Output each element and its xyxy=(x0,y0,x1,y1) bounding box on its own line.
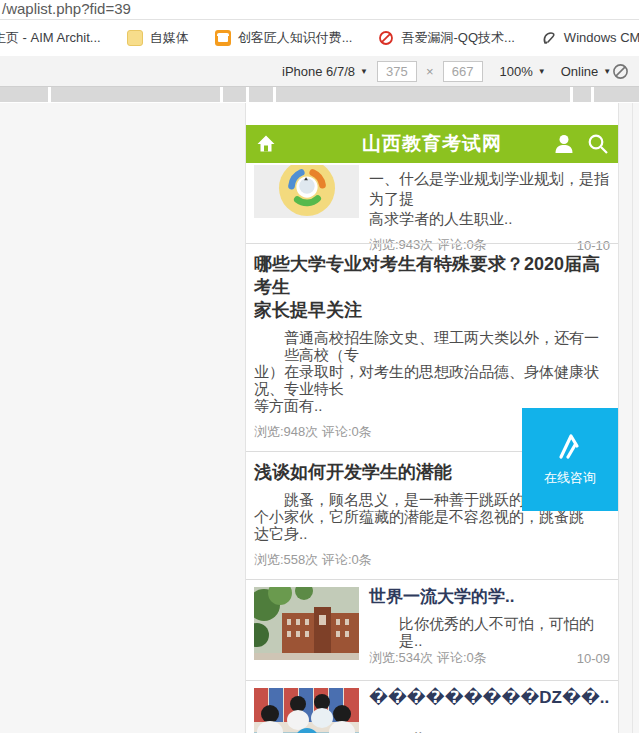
bookmarks-bar: 主页 - AIM Archit... 自媒体 创客匠人知识付费... 吾爱漏洞-… xyxy=(0,20,639,56)
app-header: 山西教育考试网 xyxy=(246,125,618,163)
list-item[interactable]: 一、什么是学业规划学业规划，是指为了提 高求学者的人生职业.. 浏览:943次 … xyxy=(246,163,618,243)
media-query-bar[interactable] xyxy=(0,87,639,102)
panel-divider xyxy=(632,103,633,733)
article-thumbnail xyxy=(254,688,359,733)
device-select-value: iPhone 6/7/8 xyxy=(282,64,355,79)
device-select[interactable]: iPhone 6/7/8 ▼ xyxy=(282,64,368,79)
article-thumbnail xyxy=(254,165,359,218)
article-date: 10-09 xyxy=(577,651,610,666)
bookmark-label: 创客匠人知识付费... xyxy=(238,29,353,47)
consult-logo-icon xyxy=(555,432,585,460)
orange-store-icon xyxy=(215,30,231,46)
chevron-down-icon: ▼ xyxy=(538,67,546,76)
article-snippet: 比你优秀的人不可怕，可怕的是.. xyxy=(369,615,610,649)
bookmark-item-zimeiti[interactable]: 自媒体 xyxy=(127,29,189,47)
browser-window: /waplist.php?fid=39 主页 - AIM Archit... 自… xyxy=(0,0,639,733)
article-title: ���������DZ��.. xyxy=(369,688,610,708)
article-snippet: 达它身.. xyxy=(254,525,610,542)
consult-label: 在线咨询 xyxy=(544,469,596,487)
article-snippet: 一、什么是学业规划学业规划，是指为了提 xyxy=(369,169,610,209)
network-throttle-select[interactable]: Online ▼ xyxy=(561,64,612,79)
article-snippet: 普通高校招生除文史、理工两大类以外，还有一些高校（专 xyxy=(254,329,610,363)
url-text: /waplist.php?fid=39 xyxy=(2,0,131,17)
network-select-value: Online xyxy=(561,64,599,79)
yellow-note-icon xyxy=(127,30,143,46)
device-stage: 山西教育考试网 xyxy=(0,103,639,733)
no-throttling-icon[interactable] xyxy=(612,63,629,83)
logo-badge-icon xyxy=(278,165,336,217)
campus-photo xyxy=(254,587,359,660)
views-comments: 浏览:534次 评论:0条 xyxy=(369,649,487,667)
bookmark-label: 吾爱漏洞-QQ技术... xyxy=(401,29,514,47)
bookmark-label: 主页 - AIM Archit... xyxy=(0,29,101,47)
chevron-down-icon: ▼ xyxy=(360,67,368,76)
zoom-select[interactable]: 100% ▼ xyxy=(500,64,546,79)
device-viewport: 山西教育考试网 xyxy=(245,103,619,733)
article-snippet: 业）在录取时，对考生的思想政治品德、身体健康状况、专业特长 xyxy=(254,363,610,397)
url-bar[interactable]: /waplist.php?fid=39 xyxy=(0,0,639,20)
bookmark-item-chuangke[interactable]: 创客匠人知识付费... xyxy=(215,29,353,47)
red-blocked-icon xyxy=(378,30,394,46)
article-title: 世界一流大学的学.. xyxy=(369,587,610,607)
bookmark-item-wincmd[interactable]: Windows CMD命... xyxy=(541,29,639,47)
user-icon[interactable] xyxy=(552,132,576,156)
list-item[interactable]: 世界一流大学的学.. 比你优秀的人不可怕，可怕的是.. 浏览:534次 评论:0… xyxy=(246,579,618,680)
article-thumbnail xyxy=(254,587,359,660)
bookmark-label: 自媒体 xyxy=(150,29,189,47)
article-title: 家长提早关注 xyxy=(254,299,610,322)
zoom-select-value: 100% xyxy=(500,64,533,79)
classroom-photo xyxy=(254,688,359,733)
bookmark-item-aim[interactable]: 主页 - AIM Archit... xyxy=(0,29,101,47)
list-item[interactable]: ���������DZ��.. .. ���:574�� ����:0�� 10… xyxy=(246,680,618,733)
article-snippet: 高求学者的人生职业.. xyxy=(369,209,610,229)
bookmark-item-wuai[interactable]: 吾爱漏洞-QQ技术... xyxy=(378,29,514,47)
page-top-gap xyxy=(246,103,618,125)
device-height-input[interactable] xyxy=(443,61,483,82)
hand-pen-icon xyxy=(541,30,557,46)
article-snippet: .. xyxy=(369,720,610,733)
dimension-separator: × xyxy=(426,64,434,79)
views-comments: 浏览:558次 评论:0条 xyxy=(254,551,372,569)
search-icon[interactable] xyxy=(586,132,610,156)
bookmark-label: Windows CMD命... xyxy=(564,29,639,47)
device-width-input[interactable] xyxy=(377,61,417,82)
device-toolbar: iPhone 6/7/8 ▼ × 100% ▼ Online ▼ xyxy=(0,56,639,87)
views-comments: 浏览:948次 评论:0条 xyxy=(254,423,372,441)
online-consult-button[interactable]: 在线咨询 xyxy=(522,408,618,511)
chevron-down-icon: ▼ xyxy=(603,67,611,76)
article-title: 哪些大学专业对考生有特殊要求？2020届高考生 xyxy=(254,253,610,299)
